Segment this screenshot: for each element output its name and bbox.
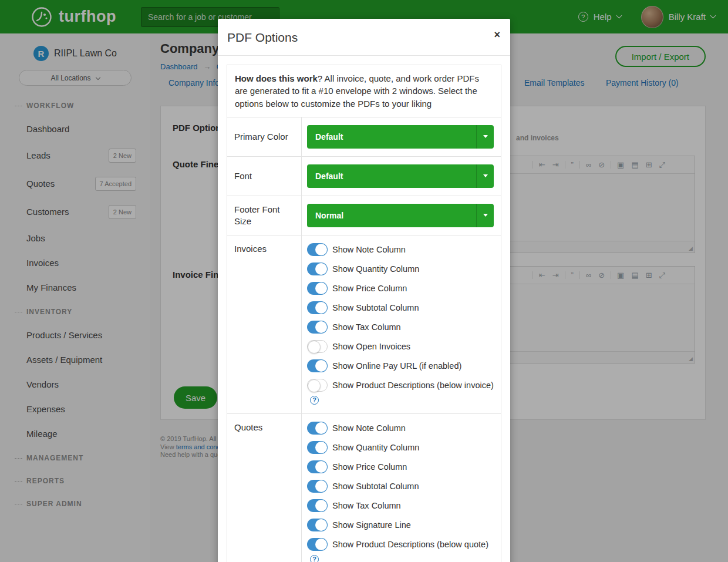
form-row-quotes: QuotesShow Note ColumnShow Quantity Colu…: [227, 413, 501, 562]
toggle-show-product-descriptions-below-invoice[interactable]: [307, 379, 328, 392]
help-icon[interactable]: ?: [310, 555, 319, 562]
caret-down-icon: [476, 164, 494, 188]
row-control: Normal: [302, 196, 501, 235]
row-control: Show Note ColumnShow Quantity ColumnShow…: [302, 235, 501, 413]
intro-question: How does this work: [235, 73, 318, 83]
toggle-show-tax-column[interactable]: [307, 321, 328, 334]
toggle-row: Show Quantity Column: [307, 263, 494, 275]
caret-triangle: [483, 214, 488, 217]
toggle-show-subtotal-column[interactable]: [307, 480, 328, 493]
form-row-font: FontDefault: [227, 156, 501, 196]
row-label: Font: [227, 157, 302, 196]
toggle-label: Show Tax Column: [332, 322, 401, 332]
modal-intro: How does this work? All invoice, quote, …: [227, 65, 501, 117]
modal-title: PDF Options: [227, 29, 298, 46]
footer-font-size-select[interactable]: Normal: [307, 204, 494, 227]
row-label: Quotes: [227, 414, 302, 562]
toggle-row: Show Tax Column: [307, 321, 494, 334]
toggle-row: Show Subtotal Column: [307, 301, 494, 314]
toggle-label: Show Tax Column: [332, 501, 401, 510]
toggle-row: Show Subtotal Column: [307, 480, 494, 493]
row-control: Default: [302, 157, 501, 196]
toggle-label: Show Product Descriptions (below invoice…: [332, 381, 494, 390]
toggle-label: Show Subtotal Column: [332, 482, 419, 491]
toggle-show-online-pay-url-if-enabled[interactable]: [307, 359, 328, 372]
caret-down-icon: [476, 125, 494, 149]
toggle-show-note-column[interactable]: [307, 243, 328, 256]
toggle-row: Show Product Descriptions (below invoice…: [307, 379, 494, 405]
toggle-show-tax-column[interactable]: [307, 499, 328, 512]
toggle-row: Show Price Column: [307, 282, 494, 295]
form-row-primary-color: Primary ColorDefault: [227, 117, 501, 156]
help-icon[interactable]: ?: [310, 396, 319, 405]
select-value: Default: [307, 125, 343, 149]
toggle-show-quantity-column[interactable]: [307, 263, 328, 275]
toggle-label: Show Price Column: [332, 462, 407, 472]
toggle-show-price-column[interactable]: [307, 460, 328, 473]
toggle-show-signature-line[interactable]: [307, 519, 328, 531]
form-row-footer-font-size: Footer Font SizeNormal: [227, 196, 501, 235]
select-value: Normal: [307, 204, 343, 227]
toggle-row: Show Note Column: [307, 422, 494, 435]
pdf-options-panel: How does this work? All invoice, quote, …: [227, 65, 501, 562]
toggle-row: Show Quantity Column: [307, 441, 494, 454]
toggle-show-product-descriptions-below-quote[interactable]: [307, 538, 328, 551]
toggle-label: Show Price Column: [332, 284, 407, 293]
toggle-label: Show Subtotal Column: [332, 303, 419, 312]
toggle-row: Show Online Pay URL (if enabled): [307, 359, 494, 372]
font-select[interactable]: Default: [307, 164, 494, 188]
toggle-row: Show Product Descriptions (below quote)?: [307, 538, 494, 562]
row-label: Invoices: [227, 235, 302, 413]
toggle-row: Show Open Invoices: [307, 340, 494, 353]
toggle-show-subtotal-column[interactable]: [307, 301, 328, 314]
toggle-show-note-column[interactable]: [307, 422, 328, 435]
toggle-show-price-column[interactable]: [307, 282, 328, 295]
toggle-label: Show Note Column: [332, 245, 406, 254]
caret-down-icon: [476, 204, 494, 227]
toggle-label: Show Quantity Column: [332, 264, 419, 274]
toggle-row: Show Tax Column: [307, 499, 494, 512]
row-label: Primary Color: [227, 117, 302, 156]
toggle-row: Show Signature Line: [307, 519, 494, 531]
toggle-row: Show Price Column: [307, 460, 494, 473]
toggle-label: Show Product Descriptions (below quote): [332, 540, 488, 549]
toggle-show-quantity-column[interactable]: [307, 441, 328, 454]
caret-triangle: [483, 174, 488, 177]
toggle-label: Show Signature Line: [332, 520, 411, 530]
toggle-show-open-invoices[interactable]: [307, 340, 328, 353]
toggle-label: Show Open Invoices: [332, 342, 410, 351]
toggle-label: Show Online Pay URL (if enabled): [332, 361, 461, 371]
toggle-row: Show Note Column: [307, 243, 494, 256]
modal-header: PDF Options ×: [218, 19, 510, 56]
modal-body: How does this work? All invoice, quote, …: [218, 56, 510, 562]
toggle-label: Show Quantity Column: [332, 443, 419, 452]
select-value: Default: [307, 164, 343, 188]
row-control: Show Note ColumnShow Quantity ColumnShow…: [302, 414, 501, 562]
form-row-invoices: InvoicesShow Note ColumnShow Quantity Co…: [227, 235, 501, 413]
row-label: Footer Font Size: [227, 196, 302, 235]
close-icon[interactable]: ×: [494, 29, 500, 40]
toggle-label: Show Note Column: [332, 423, 406, 433]
primary-color-select[interactable]: Default: [307, 125, 494, 149]
pdf-options-rows: Primary ColorDefaultFontDefaultFooter Fo…: [227, 117, 501, 562]
pdf-options-modal: PDF Options × How does this work? All in…: [218, 19, 510, 562]
row-control: Default: [302, 117, 501, 156]
caret-triangle: [483, 135, 488, 138]
